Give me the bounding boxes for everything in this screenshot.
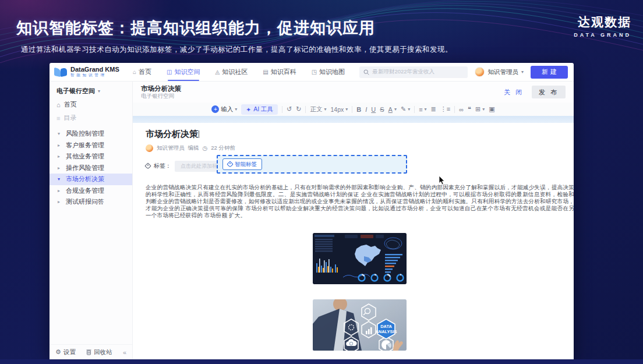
data-analysis-photo: DATA ANALYSIS xyxy=(313,299,407,351)
tags-label: 标签： xyxy=(154,162,171,170)
nav-label: 知识百科 xyxy=(271,68,296,76)
book-logo-icon xyxy=(54,66,67,77)
sidebar-item-risk-control[interactable]: ▾ 风险控制管理 xyxy=(50,128,132,140)
sidebar: 电子银行空间 ▾ ⌂ 首页 ≡ 目录 ▾ 风险控制管理 xyxy=(50,82,133,359)
chevron-down-icon: ▾ xyxy=(482,107,485,112)
top-nav: ⌂ 首页 ◫ 知识空间 ◬ 知识社区 ▤ 知识百科 ◳ 知识地图 xyxy=(133,63,345,81)
document-editor[interactable]: 市场分析决策 知识管理员 编辑 ◷ 22 分钟前 标签： 点击此处添加标签 xyxy=(133,123,574,359)
author-name: 知识管理员 xyxy=(157,144,185,152)
mouse-cursor xyxy=(439,176,445,185)
space-switcher[interactable]: 电子银行空间 ▾ xyxy=(50,82,132,96)
highlight-color-button[interactable]: ✎ ▾ xyxy=(401,105,410,113)
nav-label: 知识社区 xyxy=(222,68,248,76)
doc-header-space: 电子银行空间 xyxy=(141,93,181,100)
list-icon: ≡ xyxy=(56,115,60,122)
settings-button[interactable]: 设置 xyxy=(63,348,76,356)
tree-arrow-icon: ▸ xyxy=(58,188,62,193)
font-color-button[interactable]: A ▾ xyxy=(388,106,397,113)
sidebar-item-home[interactable]: ⌂ 首页 xyxy=(50,96,132,109)
trash-button[interactable]: 回收站 xyxy=(94,348,112,356)
nav-label: 知识地图 xyxy=(319,68,345,76)
app-logo[interactable]: DataGrand KMS 智 能 知 识 管 理 xyxy=(50,66,133,77)
app-header: DataGrand KMS 智 能 知 识 管 理 ⌂ 首页 ◫ 知识空间 ◬ … xyxy=(50,63,574,82)
align-icon: ≡ xyxy=(419,106,422,113)
sidebar-item-other-business[interactable]: ▸ 其他业务管理 xyxy=(50,151,132,162)
chevron-down-icon: ▾ xyxy=(408,107,410,112)
underline-icon[interactable]: U xyxy=(371,106,376,113)
paragraph-style-select[interactable]: 正文 ▾ xyxy=(310,105,326,114)
slide-bottom-band xyxy=(0,359,643,364)
dashboard-image xyxy=(313,233,407,284)
sidebar-item-test-report[interactable]: ▸ 测试研报问答 xyxy=(50,196,132,208)
wiki-icon: ▤ xyxy=(263,69,268,75)
sidebar-item-toc[interactable]: ≡ 目录 xyxy=(50,109,132,122)
sidebar-item-compliance[interactable]: ▸ 合规业务管理 xyxy=(50,185,132,197)
italic-icon[interactable]: I xyxy=(365,106,367,113)
collapse-sidebar-button[interactable]: « xyxy=(123,349,126,356)
font-size-select[interactable]: 14px ▾ xyxy=(330,106,348,113)
document-title[interactable]: 市场分析决策 xyxy=(146,129,574,140)
table-button[interactable]: ⊞ ▾ xyxy=(475,105,485,113)
plus-icon: + xyxy=(211,105,219,113)
quote-icon[interactable]: ❝ xyxy=(468,105,471,113)
slide-subtitle: 通过算法和机器学习技术自动为知识添加标签，减少了手动标记的工作量，提高了标记的准… xyxy=(21,45,453,55)
link-icon[interactable]: ∞ xyxy=(459,106,464,113)
ordered-list-icon[interactable]: ≣ xyxy=(431,105,436,113)
chevron-down-icon: ▾ xyxy=(345,107,348,112)
edit-time: 22 分钟前 xyxy=(211,144,235,152)
search-input[interactable]: 最新理财2022年营业收入 xyxy=(359,66,468,78)
nav-label: 知识空间 xyxy=(175,68,200,76)
font-size-label: 14px xyxy=(330,106,344,113)
sidebar-item-customer-service[interactable]: ▸ 客户服务管理 xyxy=(50,140,132,151)
smart-tag-selection-box: 智能标签 xyxy=(217,155,407,174)
table-icon: ⊞ xyxy=(475,105,481,113)
user-menu[interactable]: 知识管理员 ▾ xyxy=(475,67,524,77)
paragraph-style-label: 正文 xyxy=(310,105,322,114)
home-icon: ⌂ xyxy=(133,69,136,75)
tree-arrow-icon: ▸ xyxy=(58,143,62,148)
space-icon: ◫ xyxy=(167,69,172,75)
bold-icon[interactable]: B xyxy=(356,106,361,113)
document-body-text[interactable]: 企业的营销战略决策只有建立在扎实的市场分析的基础上，只有在对影响需求的外部因素和… xyxy=(146,184,574,219)
chevron-down-icon: ▾ xyxy=(98,89,100,94)
nav-knowledge-space[interactable]: ◫ 知识空间 xyxy=(167,63,200,81)
trash-icon xyxy=(86,349,91,355)
tags-row: 标签： 点击此处添加标签 智能标签 xyxy=(146,157,574,175)
close-button[interactable]: 关 闭 xyxy=(504,88,524,97)
sidebar-item-market-analysis[interactable]: ▾ 市场分析决策 xyxy=(50,174,132,185)
chevron-down-icon: ▾ xyxy=(521,69,524,75)
avatar xyxy=(146,144,153,152)
kms-app-window: DataGrand KMS 智 能 知 识 管 理 ⌂ 首页 ◫ 知识空间 ◬ … xyxy=(50,63,574,359)
align-button[interactable]: ≡ ▾ xyxy=(419,106,426,113)
brand-subtitle: DATA GRAND xyxy=(574,32,631,38)
highlight-icon: ✎ xyxy=(401,105,406,113)
chevron-down-icon: ▾ xyxy=(235,107,237,112)
insert-button[interactable]: + 输入 ▾ xyxy=(211,105,237,114)
user-name: 知识管理员 xyxy=(487,68,518,76)
ai-tools-label: AI 工具 xyxy=(253,105,273,114)
nav-knowledge-wiki[interactable]: ▤ 知识百科 xyxy=(263,63,296,81)
sidebar-item-label: 风险控制管理 xyxy=(66,129,104,138)
brand-logo: 达观数据 DATA GRAND xyxy=(574,14,631,38)
sidebar-item-label: 测试研报问答 xyxy=(66,197,104,206)
sparkle-icon: ✦ xyxy=(246,106,251,113)
community-icon: ◬ xyxy=(215,69,220,75)
media-icon[interactable]: ▣ xyxy=(489,105,494,113)
font-color-icon: A xyxy=(388,106,393,113)
strikethrough-icon[interactable]: S xyxy=(380,106,384,113)
publish-button[interactable]: 发 布 xyxy=(532,86,566,98)
undo-icon[interactable]: ↺ xyxy=(287,105,292,113)
smart-tag-label: 智能标签 xyxy=(235,161,257,168)
clock-icon: ◷ xyxy=(203,145,208,151)
unordered-list-icon[interactable]: ⋮≡ xyxy=(440,105,450,113)
tag-icon xyxy=(227,161,233,167)
nav-home[interactable]: ⌂ 首页 xyxy=(133,63,151,81)
sidebar-item-operation-risk[interactable]: ▸ 操作风险管理 xyxy=(50,162,132,174)
tree-arrow-icon: ▸ xyxy=(58,165,62,171)
new-doc-button[interactable]: 新建 xyxy=(531,66,568,79)
nav-knowledge-map[interactable]: ◳ 知识地图 xyxy=(312,63,345,81)
nav-knowledge-community[interactable]: ◬ 知识社区 xyxy=(215,63,248,81)
ai-tools-button[interactable]: ✦ AI 工具 xyxy=(241,104,278,115)
smart-tag-button[interactable]: 智能标签 xyxy=(222,158,262,170)
redo-icon[interactable]: ↻ xyxy=(296,105,301,113)
